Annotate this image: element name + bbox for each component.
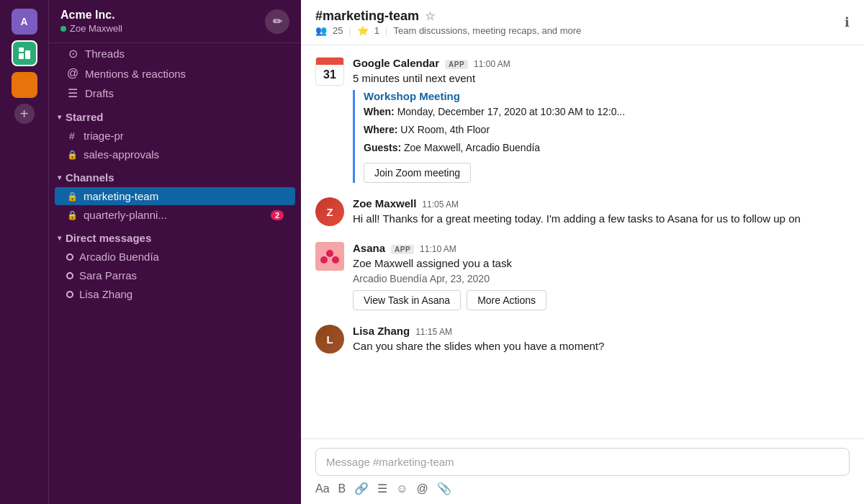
mentions-label: Mentions & reactions xyxy=(85,68,186,80)
app-badge: APP xyxy=(445,60,468,69)
dm-name: Arcadio Buendía xyxy=(79,251,159,263)
sidebar-item-marketing-team[interactable]: 🔒 marketing-team xyxy=(55,187,295,205)
svg-point-4 xyxy=(320,256,328,264)
view-task-button[interactable]: View Task in Asana xyxy=(353,290,461,310)
message-sender: Zoe Maxwell xyxy=(353,197,416,210)
message-sender: Google Calendar xyxy=(353,57,439,69)
attach-icon[interactable]: 📎 xyxy=(437,482,451,495)
sidebar-item-quarterly-planning[interactable]: 🔒 quarterly-planni... 2 xyxy=(55,206,295,224)
action-buttons: View Task in Asana More Actions xyxy=(353,290,850,310)
sidebar-item-mentions[interactable]: @ Mentions & reactions xyxy=(55,64,295,83)
lock-icon: 🔒 xyxy=(66,210,78,220)
sidebar-item-sales-approvals[interactable]: 🔒 sales-approvals xyxy=(55,145,295,163)
members-icon: 👥 xyxy=(315,25,327,36)
message-header: Zoe Maxwell 11:05 AM xyxy=(353,197,850,210)
message-content: Zoe Maxwell 11:05 AM Hi all! Thanks for … xyxy=(353,197,850,228)
message-placeholder: Message #marketing-team xyxy=(326,456,454,468)
table-row: L Lisa Zhang 11:15 AM Can you share the … xyxy=(315,325,850,355)
more-actions-button[interactable]: More Actions xyxy=(467,290,546,310)
avatar: Z xyxy=(315,197,344,226)
message-header: Lisa Zhang 11:15 AM xyxy=(353,325,850,337)
channels-collapse-icon: ▾ xyxy=(58,174,61,181)
starred-label: Starred xyxy=(66,111,104,123)
dm-status-icon xyxy=(66,272,73,279)
dm-label: Direct messages xyxy=(66,232,151,244)
calendar-event-card: Workshop Meeting When: Monday, December … xyxy=(353,90,850,184)
calendar-date: 31 xyxy=(323,65,336,85)
app-icon-2[interactable] xyxy=(12,72,37,98)
stars-count: 1 xyxy=(374,25,379,36)
calendar-where-value: UX Room, 4th Floor xyxy=(400,124,490,135)
join-zoom-button[interactable]: Join Zoom meeting xyxy=(364,163,471,183)
add-workspace-button[interactable]: + xyxy=(14,104,35,124)
star-channel-button[interactable]: ☆ xyxy=(425,9,435,23)
calendar-event-link[interactable]: Workshop Meeting xyxy=(364,90,460,102)
starred-collapse-icon: ▾ xyxy=(58,113,61,121)
channels-label: Channels xyxy=(66,171,114,184)
dm-collapse-icon: ▾ xyxy=(58,234,61,242)
channel-title: #marketing-team ☆ xyxy=(315,9,581,24)
sidebar-item-lisa[interactable]: Lisa Zhang xyxy=(55,285,295,303)
table-row: Asana APP 11:10 AM Zoe Maxwell assigned … xyxy=(315,242,850,311)
messages-area: 31 Google Calendar APP 11:00 AM 5 minute… xyxy=(301,45,864,438)
list-icon[interactable]: ☰ xyxy=(377,482,387,495)
drafts-label: Drafts xyxy=(85,87,114,99)
unread-badge: 2 xyxy=(271,210,284,220)
format-icon[interactable]: Aa xyxy=(315,482,330,495)
bold-icon[interactable]: B xyxy=(338,482,346,495)
sidebar-item-drafts[interactable]: ☰ Drafts xyxy=(55,84,295,103)
drafts-icon: ☰ xyxy=(66,86,79,100)
starred-section-header[interactable]: ▾ Starred xyxy=(49,104,301,126)
workspace-name: Acme Inc. xyxy=(60,9,122,22)
channel-name-heading: #marketing-team xyxy=(315,9,419,24)
sidebar-item-sara[interactable]: Sara Parras xyxy=(55,266,295,284)
user-status: Zoe Maxwell xyxy=(60,23,122,34)
calendar-where: Where: UX Room, 4th Floor xyxy=(364,121,850,139)
sidebar-item-threads[interactable]: ⊙ Threads xyxy=(55,44,295,63)
message-content: Asana APP 11:10 AM Zoe Maxwell assigned … xyxy=(353,242,850,311)
channels-section-header[interactable]: ▾ Channels xyxy=(49,164,301,186)
channel-name: marketing-team xyxy=(84,190,158,202)
svg-point-5 xyxy=(332,256,339,264)
message-time: 11:15 AM xyxy=(415,327,452,337)
lock-icon: 🔒 xyxy=(66,192,78,202)
asana-logo-icon xyxy=(320,249,340,264)
status-indicator xyxy=(60,26,66,32)
hash-icon: # xyxy=(66,130,78,142)
calendar-when: When: Monday, December 17, 2020 at 10:30… xyxy=(364,103,850,121)
calendar-when-value: Monday, December 17, 2020 at 10:30 AM to… xyxy=(397,106,626,117)
message-text: 5 minutes until next event xyxy=(353,71,850,87)
emoji-icon[interactable]: ☺ xyxy=(396,482,408,495)
channel-name: triage-pr xyxy=(84,130,124,142)
message-sender: Asana xyxy=(353,242,385,254)
sidebar-item-triage-pr[interactable]: # triage-pr xyxy=(55,127,295,145)
lock-icon: 🔒 xyxy=(66,150,78,160)
channel-meta: 👥 25 | ⭐ 1 | Team discussions, meeting r… xyxy=(315,25,581,36)
avatar: 31 xyxy=(315,57,344,86)
message-header: Google Calendar APP 11:00 AM xyxy=(353,57,850,69)
dm-section-header[interactable]: ▾ Direct messages xyxy=(49,225,301,247)
mention-icon[interactable]: @ xyxy=(417,482,428,495)
app-badge: APP xyxy=(391,245,414,254)
asana-task-details: Arcadio Buendía Apr, 23, 2020 xyxy=(353,273,850,284)
sidebar-item-arcadio[interactable]: Arcadio Buendía xyxy=(55,248,295,266)
channel-description: Team discussions, meeting recaps, and mo… xyxy=(393,25,581,36)
workspace-icon[interactable]: A xyxy=(12,9,37,35)
members-count: 25 xyxy=(333,25,343,36)
star-icon: ⭐ xyxy=(357,25,369,36)
main-content: #marketing-team ☆ 👥 25 | ⭐ 1 | Team disc… xyxy=(301,0,864,504)
input-toolbar: Aa B 🔗 ☰ ☺ @ 📎 xyxy=(315,482,850,495)
channel-info-button[interactable]: ℹ xyxy=(845,14,850,30)
dm-status-icon xyxy=(66,291,73,298)
app-icon-strip: A + xyxy=(0,0,49,504)
edit-button[interactable]: ✏ xyxy=(265,9,289,34)
message-input[interactable]: Message #marketing-team xyxy=(315,448,850,476)
avatar xyxy=(315,242,344,271)
workspace-info: Acme Inc. Zoe Maxwell xyxy=(60,9,122,34)
message-time: 11:05 AM xyxy=(422,199,459,210)
link-icon[interactable]: 🔗 xyxy=(354,482,369,495)
message-text: Zoe Maxwell assigned you a task xyxy=(353,256,850,272)
home-icon[interactable] xyxy=(12,40,37,66)
table-row: 31 Google Calendar APP 11:00 AM 5 minute… xyxy=(315,57,850,183)
threads-icon: ⊙ xyxy=(66,47,79,60)
